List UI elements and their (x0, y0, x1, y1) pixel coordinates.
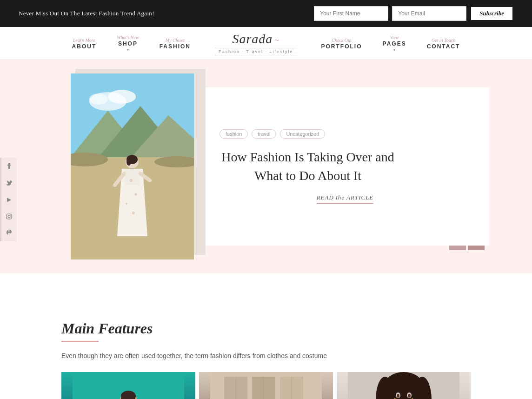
svg-point-3 (8, 215, 10, 218)
firstname-input[interactable] (314, 6, 388, 21)
feature-image-1 (61, 372, 195, 399)
youtube-icon[interactable]: ▶ (0, 191, 17, 208)
svg-rect-1 (7, 165, 11, 166)
pages-dropdown-arrow: ▾ (393, 48, 395, 52)
nav-fashion-main: FASHION (160, 43, 191, 50)
email-input[interactable] (392, 6, 466, 21)
svg-rect-0 (8, 163, 10, 169)
features-description: Even though they are often used together… (61, 351, 471, 361)
top-bar: Never Miss Out On The Latest Fashion Tre… (0, 0, 532, 27)
svg-rect-2 (7, 214, 12, 219)
svg-point-7 (108, 90, 136, 104)
nav-shop[interactable]: What's New SHOP ▾ (106, 35, 149, 52)
hero-tags: fashion travel Uncategorized (219, 129, 471, 139)
hero-image (71, 73, 194, 259)
nav-shop-main: SHOP (118, 40, 138, 47)
nav-fashion-small: My Closet (166, 38, 185, 43)
site-logo[interactable]: Sarada Fashion · Travel · Lifestyle (201, 32, 311, 55)
logo-tagline: Fashion · Travel · Lifestyle (215, 48, 297, 55)
nav-pages-small: View (390, 35, 399, 40)
svg-point-4 (10, 214, 11, 215)
nav-portfolio-small: Check Out (332, 38, 352, 43)
svg-point-51 (408, 394, 411, 398)
hero-section: fashion travel Uncategorized How Fashion… (0, 60, 532, 273)
nav-contact-main: CONTACT (427, 43, 460, 50)
nav-about[interactable]: Learn More ABOUT (62, 38, 107, 50)
hero-image-wrapper (71, 73, 201, 259)
read-article-link[interactable]: READ the ARTICLE (317, 194, 374, 204)
main-nav: Learn More ABOUT What's New SHOP ▾ My Cl… (0, 27, 532, 60)
nav-about-main: ABOUT (72, 43, 97, 50)
facebook-icon[interactable] (0, 158, 17, 174)
feature-image-2 (199, 372, 333, 399)
svg-point-8 (89, 93, 108, 105)
top-bar-message: Never Miss Out On The Latest Fashion Tre… (19, 10, 154, 17)
nav-contact-small: Get in Touch (432, 38, 455, 43)
svg-marker-21 (124, 169, 140, 185)
tag-fashion[interactable]: fashion (219, 129, 248, 139)
twitter-icon[interactable] (0, 174, 17, 191)
nav-fashion[interactable]: My Closet FASHION (149, 38, 201, 50)
logo-name: Sarada (232, 32, 279, 47)
features-images (61, 372, 471, 399)
features-inner: Main Features Even though they are often… (43, 297, 489, 399)
social-sidebar: ▶ (0, 158, 17, 241)
nav-pages[interactable]: View PAGES ▾ (372, 35, 417, 52)
nav-portfolio-main: PORTFOLIO (321, 43, 362, 50)
subscribe-button[interactable]: Subscribe (470, 6, 513, 21)
svg-point-26 (126, 203, 127, 205)
pinterest-icon[interactable] (0, 225, 17, 241)
svg-point-24 (130, 179, 133, 182)
nav-contact[interactable]: Get in Touch CONTACT (417, 38, 471, 50)
nav-shop-small: What's New (117, 35, 139, 40)
nav-about-small: Learn More (73, 38, 95, 43)
tag-uncategorized[interactable]: Uncategorized (280, 129, 325, 139)
svg-point-19 (126, 158, 131, 166)
svg-point-50 (397, 394, 399, 398)
features-title: Main Features (61, 320, 471, 337)
instagram-icon[interactable] (0, 208, 17, 225)
shop-dropdown-arrow: ▾ (127, 48, 129, 52)
hero-inner: fashion travel Uncategorized How Fashion… (43, 73, 489, 259)
feature-image-3 (337, 372, 471, 399)
nav-portfolio[interactable]: Check Out PORTFOLIO (311, 38, 372, 50)
hero-title: How Fashion Is Taking Over and What to D… (219, 148, 396, 184)
features-underline (61, 341, 99, 342)
hero-content: fashion travel Uncategorized How Fashion… (192, 87, 489, 246)
svg-point-25 (135, 193, 137, 196)
tag-travel[interactable]: travel (252, 129, 276, 139)
nav-pages-main: PAGES (383, 40, 406, 47)
svg-point-27 (132, 212, 135, 214)
subscribe-form: Subscribe (314, 6, 513, 21)
features-section: Main Features Even though they are often… (0, 273, 532, 399)
